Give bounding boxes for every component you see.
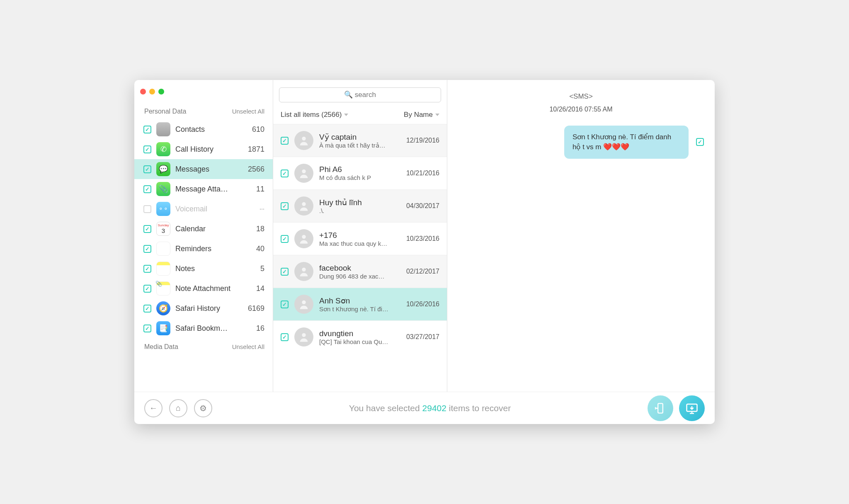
sidebar-item-calendar[interactable]: Sunday3 Calendar 18 bbox=[134, 219, 273, 239]
unselect-all-button[interactable]: Unselect All bbox=[232, 343, 264, 351]
checkbox-icon[interactable] bbox=[281, 170, 289, 177]
list-sort-dropdown[interactable]: By Name bbox=[404, 111, 439, 119]
sidebar-item-label: Notes bbox=[175, 264, 255, 273]
footer-status-suffix: items to recover bbox=[446, 403, 511, 413]
unselect-all-button[interactable]: Unselect All bbox=[232, 108, 264, 115]
app-window: Personal Data Unselect All Contacts 610 … bbox=[134, 80, 715, 424]
voicemail-icon: ⚬⚬ bbox=[156, 202, 170, 216]
footer-status-prefix: You have selected bbox=[349, 403, 422, 413]
checkbox-icon[interactable] bbox=[281, 333, 289, 341]
conversation-item[interactable]: dvungtien [QC] Tai khoan cua Qu… 03/27/2… bbox=[273, 320, 447, 353]
contacts-icon bbox=[156, 122, 170, 136]
reminders-icon bbox=[156, 242, 170, 256]
conversation-preview: [QC] Tai khoan cua Qu… bbox=[319, 338, 400, 345]
checkbox-icon[interactable] bbox=[281, 202, 289, 210]
checkbox-icon[interactable] bbox=[143, 325, 151, 332]
conversation-name: Anh Sơn bbox=[319, 296, 400, 305]
conversation-date: 02/12/2017 bbox=[406, 268, 439, 275]
sidebar-item-contacts[interactable]: Contacts 610 bbox=[134, 119, 273, 139]
sidebar-item-note-attachment[interactable]: Note Attachment 14 bbox=[134, 279, 273, 298]
checkbox-icon[interactable] bbox=[281, 235, 289, 243]
list-filter-dropdown[interactable]: List all items (2566) bbox=[281, 111, 348, 119]
footer-left: ← ⌂ ⚙ bbox=[144, 399, 212, 417]
message-row: Sơn t Khương nè. Tí điểm danh hộ t vs m … bbox=[458, 126, 704, 159]
sidebar-item-label: Reminders bbox=[175, 245, 251, 253]
conversation-date: 12/19/2016 bbox=[406, 137, 439, 144]
sidebar-item-message-attachments[interactable]: 📎 Message Atta… 11 bbox=[134, 179, 273, 199]
conversation-scroll[interactable]: Vỹ captain À mà qua tết t hãy trả… 12/19… bbox=[273, 124, 447, 392]
conversation-preview: .\. bbox=[319, 207, 400, 214]
maximize-window-button[interactable] bbox=[158, 89, 164, 94]
checkbox-icon[interactable] bbox=[143, 305, 151, 313]
sidebar-item-label: Call History bbox=[175, 145, 243, 154]
checkbox-icon[interactable] bbox=[143, 225, 151, 233]
checkbox-icon[interactable] bbox=[143, 185, 151, 193]
conversation-preview: Sơn t Khương nè. Tí đi… bbox=[319, 305, 400, 313]
message-detail-panel: <SMS> 10/26/2016 07:55 AM Sơn t Khương n… bbox=[447, 80, 715, 392]
checkbox-icon[interactable] bbox=[143, 126, 151, 133]
sidebar-item-count: 14 bbox=[256, 284, 264, 293]
conversation-name: Huy thủ lĩnh bbox=[319, 198, 400, 207]
sidebar-item-safari-bookmarks[interactable]: 📑 Safari Bookm… 16 bbox=[134, 318, 273, 338]
checkbox-icon[interactable] bbox=[143, 145, 151, 153]
sidebar-item-count: 11 bbox=[256, 185, 264, 194]
message-checkbox[interactable] bbox=[696, 138, 704, 146]
conversation-date: 03/27/2017 bbox=[406, 333, 439, 341]
checkbox-icon[interactable] bbox=[281, 137, 289, 145]
checkbox-icon[interactable] bbox=[281, 268, 289, 276]
avatar-icon bbox=[294, 164, 313, 183]
recover-to-device-button[interactable] bbox=[648, 395, 673, 421]
conversation-preview: M có đưa sách k P bbox=[319, 174, 400, 182]
sidebar-item-reminders[interactable]: Reminders 40 bbox=[134, 239, 273, 259]
sidebar-item-call-history[interactable]: ✆ Call History 1871 bbox=[134, 139, 273, 159]
sidebar-item-label: Note Attachment bbox=[175, 284, 251, 293]
checkbox-icon[interactable] bbox=[143, 245, 151, 253]
svg-point-6 bbox=[302, 333, 306, 337]
conversation-name: dvungtien bbox=[319, 329, 400, 338]
conversation-item[interactable]: +176 Ma xac thuc cua quy k… 10/23/2016 bbox=[273, 222, 447, 255]
sidebar-item-label: Safari Bookm… bbox=[175, 324, 251, 333]
conversation-item[interactable]: Vỹ captain À mà qua tết t hãy trả… 12/19… bbox=[273, 124, 447, 157]
minimize-window-button[interactable] bbox=[149, 89, 155, 94]
sidebar-item-messages[interactable]: 💬 Messages 2566 bbox=[134, 159, 273, 179]
sidebar-item-label: Safari History bbox=[175, 304, 243, 313]
sidebar-item-voicemail[interactable]: ⚬⚬ Voicemail -- bbox=[134, 199, 273, 219]
avatar-icon bbox=[294, 295, 313, 314]
conversation-date: 04/30/2017 bbox=[406, 202, 439, 210]
detail-timestamp: 10/26/2016 07:55 AM bbox=[458, 106, 704, 113]
sidebar-item-count: -- bbox=[260, 205, 264, 213]
sidebar-item-label: Message Atta… bbox=[175, 185, 251, 194]
footer-right bbox=[648, 395, 705, 421]
checkbox-icon[interactable] bbox=[143, 285, 151, 293]
svg-point-3 bbox=[302, 235, 306, 239]
sidebar-section-media: Media Data Unselect All bbox=[134, 338, 273, 355]
messages-icon: 💬 bbox=[156, 162, 170, 176]
conversation-item[interactable]: facebook Dung 906 483 de xac… 02/12/2017 bbox=[273, 255, 447, 288]
avatar-icon bbox=[294, 229, 313, 248]
sidebar-section-label: Personal Data bbox=[144, 108, 186, 115]
calendar-icon: Sunday3 bbox=[156, 222, 170, 236]
search-input[interactable] bbox=[279, 87, 441, 102]
sidebar-item-count: 2566 bbox=[248, 165, 264, 174]
conversation-preview: Dung 906 483 de xac… bbox=[319, 273, 400, 280]
settings-button[interactable]: ⚙ bbox=[194, 399, 212, 417]
avatar-icon bbox=[294, 327, 313, 346]
recover-to-computer-button[interactable] bbox=[679, 395, 705, 421]
sidebar-item-label: Messages bbox=[175, 165, 243, 174]
checkbox-icon[interactable] bbox=[281, 300, 289, 308]
checkbox-icon[interactable] bbox=[143, 205, 151, 213]
conversation-info: +176 Ma xac thuc cua quy k… bbox=[319, 231, 400, 247]
checkbox-icon[interactable] bbox=[143, 165, 151, 173]
sidebar-item-safari-history[interactable]: 🧭 Safari History 6169 bbox=[134, 298, 273, 318]
conversation-item[interactable]: Anh Sơn Sơn t Khương nè. Tí đi… 10/26/20… bbox=[273, 288, 447, 320]
close-window-button[interactable] bbox=[140, 89, 146, 94]
svg-point-5 bbox=[302, 300, 306, 304]
sidebar-item-notes[interactable]: Notes 5 bbox=[134, 259, 273, 279]
home-button[interactable]: ⌂ bbox=[169, 399, 187, 417]
footer-status-count: 29402 bbox=[422, 403, 446, 413]
conversation-item[interactable]: Huy thủ lĩnh .\. 04/30/2017 bbox=[273, 189, 447, 222]
conversation-item[interactable]: Phi A6 M có đưa sách k P 10/21/2016 bbox=[273, 157, 447, 189]
checkbox-icon[interactable] bbox=[143, 265, 151, 273]
back-button[interactable]: ← bbox=[144, 399, 163, 417]
phone-icon: ✆ bbox=[156, 142, 170, 156]
